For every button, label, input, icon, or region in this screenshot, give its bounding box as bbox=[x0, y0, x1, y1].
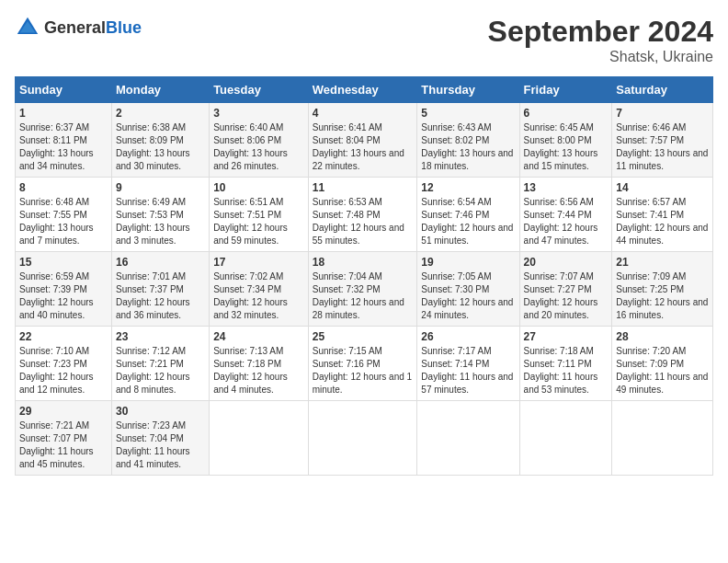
day-22: 22 Sunrise: 7:10 AMSunset: 7:23 PMDaylig… bbox=[16, 327, 112, 401]
day-info-10: Sunrise: 6:51 AMSunset: 7:51 PMDaylight:… bbox=[213, 196, 304, 247]
day-num-4: 4 bbox=[313, 107, 414, 120]
day-num-19: 19 bbox=[421, 256, 515, 269]
empty-cell-5 bbox=[612, 401, 713, 476]
day-17: 17 Sunrise: 7:02 AMSunset: 7:34 PMDaylig… bbox=[210, 252, 309, 327]
day-num-18: 18 bbox=[313, 256, 414, 269]
day-28: 28 Sunrise: 7:20 AMSunset: 7:09 PMDaylig… bbox=[612, 327, 713, 401]
day-num-27: 27 bbox=[524, 330, 609, 343]
day-info-1: Sunrise: 6:37 AMSunset: 8:11 PMDaylight:… bbox=[19, 121, 108, 173]
day-num-13: 13 bbox=[524, 181, 609, 194]
week-row-3: 15 Sunrise: 6:59 AMSunset: 7:39 PMDaylig… bbox=[16, 252, 713, 327]
day-info-12: Sunrise: 6:54 AMSunset: 7:46 PMDaylight:… bbox=[421, 196, 515, 247]
day-11: 11 Sunrise: 6:53 AMSunset: 7:48 PMDaylig… bbox=[308, 178, 417, 252]
day-info-18: Sunrise: 7:04 AMSunset: 7:32 PMDaylight:… bbox=[313, 270, 414, 322]
day-num-6: 6 bbox=[524, 107, 609, 120]
header-wednesday: Wednesday bbox=[308, 77, 417, 103]
day-25: 25 Sunrise: 7:15 AMSunset: 7:16 PMDaylig… bbox=[308, 327, 417, 401]
logo-icon bbox=[15, 15, 40, 40]
page-subtitle: Shatsk, Ukraine bbox=[488, 49, 713, 65]
week-row-2: 8 Sunrise: 6:48 AMSunset: 7:55 PMDayligh… bbox=[16, 178, 713, 252]
day-info-30: Sunrise: 7:23 AMSunset: 7:04 PMDaylight:… bbox=[116, 419, 205, 471]
header-monday: Monday bbox=[111, 77, 209, 103]
day-info-8: Sunrise: 6:48 AMSunset: 7:55 PMDaylight:… bbox=[19, 196, 108, 247]
day-num-16: 16 bbox=[116, 256, 205, 269]
header-tuesday: Tuesday bbox=[210, 77, 309, 103]
logo-text: GeneralBlue bbox=[44, 18, 142, 38]
page-header: GeneralBlue September 2024 Shatsk, Ukrai… bbox=[15, 15, 713, 65]
day-2: 2 Sunrise: 6:38 AMSunset: 8:09 PMDayligh… bbox=[111, 103, 209, 178]
day-num-21: 21 bbox=[616, 256, 709, 269]
day-1: 1 Sunrise: 6:37 AMSunset: 8:11 PMDayligh… bbox=[16, 103, 112, 178]
logo: GeneralBlue bbox=[15, 15, 142, 40]
day-9: 9 Sunrise: 6:49 AMSunset: 7:53 PMDayligh… bbox=[111, 178, 209, 252]
day-num-29: 29 bbox=[19, 405, 108, 418]
day-num-5: 5 bbox=[421, 107, 515, 120]
day-14: 14 Sunrise: 6:57 AMSunset: 7:41 PMDaylig… bbox=[612, 178, 713, 252]
day-24: 24 Sunrise: 7:13 AMSunset: 7:18 PMDaylig… bbox=[210, 327, 309, 401]
day-num-24: 24 bbox=[213, 330, 304, 343]
day-info-14: Sunrise: 6:57 AMSunset: 7:41 PMDaylight:… bbox=[616, 196, 709, 247]
empty-cell-2 bbox=[308, 401, 417, 476]
page-title: September 2024 bbox=[488, 15, 713, 49]
day-info-28: Sunrise: 7:20 AMSunset: 7:09 PMDaylight:… bbox=[616, 345, 709, 396]
day-num-1: 1 bbox=[19, 107, 108, 120]
day-info-27: Sunrise: 7:18 AMSunset: 7:11 PMDaylight:… bbox=[524, 345, 609, 396]
day-info-13: Sunrise: 6:56 AMSunset: 7:44 PMDaylight:… bbox=[524, 196, 609, 247]
day-info-19: Sunrise: 7:05 AMSunset: 7:30 PMDaylight:… bbox=[421, 270, 515, 322]
day-18: 18 Sunrise: 7:04 AMSunset: 7:32 PMDaylig… bbox=[308, 252, 417, 327]
day-num-28: 28 bbox=[616, 330, 709, 343]
day-info-17: Sunrise: 7:02 AMSunset: 7:34 PMDaylight:… bbox=[213, 270, 304, 322]
day-info-25: Sunrise: 7:15 AMSunset: 7:16 PMDaylight:… bbox=[313, 345, 414, 396]
calendar-body: 1 Sunrise: 6:37 AMSunset: 8:11 PMDayligh… bbox=[16, 103, 713, 476]
day-6: 6 Sunrise: 6:45 AMSunset: 8:00 PMDayligh… bbox=[519, 103, 612, 178]
day-5: 5 Sunrise: 6:43 AMSunset: 8:02 PMDayligh… bbox=[417, 103, 519, 178]
day-21: 21 Sunrise: 7:09 AMSunset: 7:25 PMDaylig… bbox=[612, 252, 713, 327]
day-info-4: Sunrise: 6:41 AMSunset: 8:04 PMDaylight:… bbox=[313, 121, 414, 173]
day-num-10: 10 bbox=[213, 181, 304, 194]
day-15: 15 Sunrise: 6:59 AMSunset: 7:39 PMDaylig… bbox=[16, 252, 112, 327]
week-row-4: 22 Sunrise: 7:10 AMSunset: 7:23 PMDaylig… bbox=[16, 327, 713, 401]
empty-cell-3 bbox=[417, 401, 519, 476]
day-num-26: 26 bbox=[421, 330, 515, 343]
day-info-21: Sunrise: 7:09 AMSunset: 7:25 PMDaylight:… bbox=[616, 270, 709, 322]
day-info-29: Sunrise: 7:21 AMSunset: 7:07 PMDaylight:… bbox=[19, 419, 108, 471]
day-num-22: 22 bbox=[19, 330, 108, 343]
day-16: 16 Sunrise: 7:01 AMSunset: 7:37 PMDaylig… bbox=[111, 252, 209, 327]
header-thursday: Thursday bbox=[417, 77, 519, 103]
day-num-8: 8 bbox=[19, 181, 108, 194]
day-8: 8 Sunrise: 6:48 AMSunset: 7:55 PMDayligh… bbox=[16, 178, 112, 252]
day-info-9: Sunrise: 6:49 AMSunset: 7:53 PMDaylight:… bbox=[116, 196, 205, 247]
day-12: 12 Sunrise: 6:54 AMSunset: 7:46 PMDaylig… bbox=[417, 178, 519, 252]
day-info-24: Sunrise: 7:13 AMSunset: 7:18 PMDaylight:… bbox=[213, 345, 304, 396]
day-num-25: 25 bbox=[313, 330, 414, 343]
day-num-30: 30 bbox=[116, 405, 205, 418]
day-num-17: 17 bbox=[213, 256, 304, 269]
calendar-header-row: Sunday Monday Tuesday Wednesday Thursday… bbox=[16, 77, 713, 103]
day-info-26: Sunrise: 7:17 AMSunset: 7:14 PMDaylight:… bbox=[421, 345, 515, 396]
day-info-22: Sunrise: 7:10 AMSunset: 7:23 PMDaylight:… bbox=[19, 345, 108, 396]
day-info-23: Sunrise: 7:12 AMSunset: 7:21 PMDaylight:… bbox=[116, 345, 205, 396]
day-info-2: Sunrise: 6:38 AMSunset: 8:09 PMDaylight:… bbox=[116, 121, 205, 173]
day-info-6: Sunrise: 6:45 AMSunset: 8:00 PMDaylight:… bbox=[524, 121, 609, 173]
day-num-23: 23 bbox=[116, 330, 205, 343]
logo-blue: Blue bbox=[106, 18, 142, 37]
day-20: 20 Sunrise: 7:07 AMSunset: 7:27 PMDaylig… bbox=[519, 252, 612, 327]
day-num-20: 20 bbox=[524, 256, 609, 269]
day-info-11: Sunrise: 6:53 AMSunset: 7:48 PMDaylight:… bbox=[313, 196, 414, 247]
day-30: 30 Sunrise: 7:23 AMSunset: 7:04 PMDaylig… bbox=[111, 401, 209, 476]
day-26: 26 Sunrise: 7:17 AMSunset: 7:14 PMDaylig… bbox=[417, 327, 519, 401]
header-saturday: Saturday bbox=[612, 77, 713, 103]
header-sunday: Sunday bbox=[16, 77, 112, 103]
day-num-7: 7 bbox=[616, 107, 709, 120]
day-info-15: Sunrise: 6:59 AMSunset: 7:39 PMDaylight:… bbox=[19, 270, 108, 322]
header-friday: Friday bbox=[519, 77, 612, 103]
day-num-15: 15 bbox=[19, 256, 108, 269]
day-num-9: 9 bbox=[116, 181, 205, 194]
empty-cell-4 bbox=[519, 401, 612, 476]
empty-cell-1 bbox=[210, 401, 309, 476]
day-info-20: Sunrise: 7:07 AMSunset: 7:27 PMDaylight:… bbox=[524, 270, 609, 322]
day-7: 7 Sunrise: 6:46 AMSunset: 7:57 PMDayligh… bbox=[612, 103, 713, 178]
calendar-table: Sunday Monday Tuesday Wednesday Thursday… bbox=[15, 76, 713, 476]
week-row-5: 29 Sunrise: 7:21 AMSunset: 7:07 PMDaylig… bbox=[16, 401, 713, 476]
day-29: 29 Sunrise: 7:21 AMSunset: 7:07 PMDaylig… bbox=[16, 401, 112, 476]
